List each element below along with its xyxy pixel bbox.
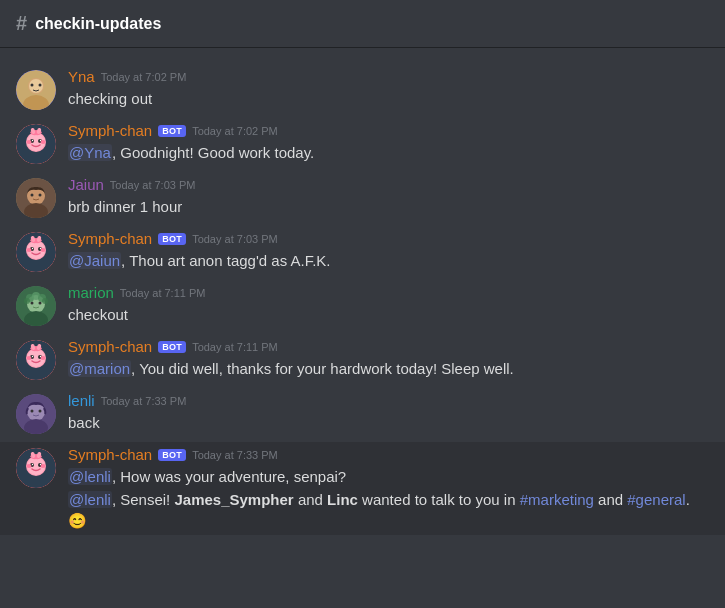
svg-point-67 bbox=[41, 464, 46, 468]
message-text: brb dinner 1 hour bbox=[68, 196, 709, 217]
svg-point-29 bbox=[27, 248, 32, 252]
message-header: Symph-chan BOT Today at 7:03 PM bbox=[68, 230, 709, 248]
bold-name1: James_Sympher bbox=[174, 491, 293, 508]
message-group: Symph-chan BOT Today at 7:03 PM @Jaiun, … bbox=[0, 226, 725, 276]
channel-link1[interactable]: #marketing bbox=[520, 491, 594, 508]
svg-point-14 bbox=[41, 140, 46, 144]
avatar bbox=[16, 394, 56, 434]
message-group: lenli Today at 7:33 PM back bbox=[0, 388, 725, 438]
avatar bbox=[16, 124, 56, 164]
message-suffix: , Thou art anon tagg'd as A.F.K. bbox=[121, 252, 330, 269]
svg-point-66 bbox=[27, 464, 32, 468]
avatar bbox=[16, 448, 56, 488]
message-header: Yna Today at 7:02 PM bbox=[68, 68, 709, 86]
message-content: Symph-chan BOT Today at 7:33 PM @lenli, … bbox=[68, 446, 709, 531]
message-text: checkout bbox=[68, 304, 709, 325]
message-content: lenli Today at 7:33 PM back bbox=[68, 392, 709, 434]
bot-badge: BOT bbox=[158, 125, 186, 137]
message-text: @Jaiun, Thou art anon tagg'd as A.F.K. bbox=[68, 250, 709, 271]
mention: @Jaiun bbox=[68, 252, 121, 269]
svg-point-35 bbox=[31, 302, 34, 305]
message-content: Symph-chan BOT Today at 7:02 PM @Yna, Go… bbox=[68, 122, 709, 164]
mention: @marion bbox=[68, 360, 131, 377]
line2-and2: and bbox=[594, 491, 627, 508]
message-header: Jaiun Today at 7:03 PM bbox=[68, 176, 709, 194]
username: lenli bbox=[68, 392, 95, 410]
bot-badge: BOT bbox=[158, 449, 186, 461]
message-content: marion Today at 7:11 PM checkout bbox=[68, 284, 709, 326]
svg-point-41 bbox=[24, 298, 30, 304]
message-header: Symph-chan BOT Today at 7:33 PM bbox=[68, 446, 709, 464]
message-content: Symph-chan BOT Today at 7:03 PM @Jaiun, … bbox=[68, 230, 709, 272]
svg-point-42 bbox=[42, 298, 48, 304]
message-text-line1: @lenli, How was your adventure, senpai? bbox=[68, 466, 709, 487]
timestamp: Today at 7:03 PM bbox=[192, 233, 278, 245]
username: Symph-chan bbox=[68, 446, 152, 464]
svg-point-64 bbox=[32, 464, 33, 465]
message-group: Symph-chan BOT Today at 7:33 PM @lenli, … bbox=[0, 442, 725, 535]
mention2: @lenli bbox=[68, 491, 112, 508]
username: Yna bbox=[68, 68, 95, 86]
username: Jaiun bbox=[68, 176, 104, 194]
timestamp: Today at 7:33 PM bbox=[192, 449, 278, 461]
message-text: @Yna, Goodnight! Good work today. bbox=[68, 142, 709, 163]
svg-point-11 bbox=[32, 140, 33, 141]
svg-point-27 bbox=[32, 248, 33, 249]
message-header: Symph-chan BOT Today at 7:02 PM bbox=[68, 122, 709, 140]
timestamp: Today at 7:11 PM bbox=[120, 287, 206, 299]
svg-point-36 bbox=[39, 302, 42, 305]
message-group: Yna Today at 7:02 PM checking out bbox=[0, 64, 725, 114]
svg-point-56 bbox=[31, 410, 34, 413]
message-group: Symph-chan BOT Today at 7:02 PM @Yna, Go… bbox=[0, 118, 725, 168]
svg-point-57 bbox=[39, 410, 42, 413]
channel-link2[interactable]: #general bbox=[627, 491, 685, 508]
message-content: Yna Today at 7:02 PM checking out bbox=[68, 68, 709, 110]
username: Symph-chan bbox=[68, 230, 152, 248]
message-header: Symph-chan BOT Today at 7:11 PM bbox=[68, 338, 709, 356]
messages-container: Yna Today at 7:02 PM checking out bbox=[0, 48, 725, 608]
timestamp: Today at 7:33 PM bbox=[101, 395, 187, 407]
svg-point-50 bbox=[27, 356, 32, 360]
avatar bbox=[16, 340, 56, 380]
message-text-line2: @lenli, Sensei! James_Sympher and Linc w… bbox=[68, 489, 709, 531]
message-group: Symph-chan BOT Today at 7:11 PM @marion,… bbox=[0, 334, 725, 384]
avatar bbox=[16, 70, 56, 110]
line2-and: and bbox=[294, 491, 327, 508]
username: marion bbox=[68, 284, 114, 302]
svg-point-4 bbox=[31, 84, 34, 87]
message-suffix: , You did well, thanks for your hardwork… bbox=[131, 360, 514, 377]
message-content: Symph-chan BOT Today at 7:11 PM @marion,… bbox=[68, 338, 709, 380]
message-group: marion Today at 7:11 PM checkout bbox=[0, 280, 725, 330]
timestamp: Today at 7:02 PM bbox=[192, 125, 278, 137]
svg-point-20 bbox=[39, 194, 42, 197]
message-suffix: , Goodnight! Good work today. bbox=[112, 144, 314, 161]
avatar bbox=[16, 286, 56, 326]
message-content: Jaiun Today at 7:03 PM brb dinner 1 hour bbox=[68, 176, 709, 218]
svg-point-48 bbox=[32, 356, 33, 357]
avatar bbox=[16, 178, 56, 218]
svg-point-5 bbox=[39, 84, 42, 87]
mention: @lenli bbox=[68, 468, 112, 485]
svg-point-19 bbox=[31, 194, 34, 197]
message-header: lenli Today at 7:33 PM bbox=[68, 392, 709, 410]
timestamp: Today at 7:02 PM bbox=[101, 71, 187, 83]
hash-icon: # bbox=[16, 12, 27, 35]
timestamp: Today at 7:03 PM bbox=[110, 179, 196, 191]
line2-text1: , Sensei! bbox=[112, 491, 175, 508]
message-text: @marion, You did well, thanks for your h… bbox=[68, 358, 709, 379]
svg-point-51 bbox=[41, 356, 46, 360]
username: Symph-chan bbox=[68, 338, 152, 356]
mention: @Yna bbox=[68, 144, 112, 161]
bot-badge: BOT bbox=[158, 341, 186, 353]
message-group: Jaiun Today at 7:03 PM brb dinner 1 hour bbox=[0, 172, 725, 222]
timestamp: Today at 7:11 PM bbox=[192, 341, 278, 353]
bold-name2: Linc bbox=[327, 491, 358, 508]
message-header: marion Today at 7:11 PM bbox=[68, 284, 709, 302]
bot-badge: BOT bbox=[158, 233, 186, 245]
line1-suffix: , How was your adventure, senpai? bbox=[112, 468, 346, 485]
message-text: checking out bbox=[68, 88, 709, 109]
channel-name: checkin-updates bbox=[35, 15, 161, 33]
line2-text2: wanted to talk to you in bbox=[358, 491, 520, 508]
channel-header: # checkin-updates bbox=[0, 0, 725, 48]
message-text: back bbox=[68, 412, 709, 433]
